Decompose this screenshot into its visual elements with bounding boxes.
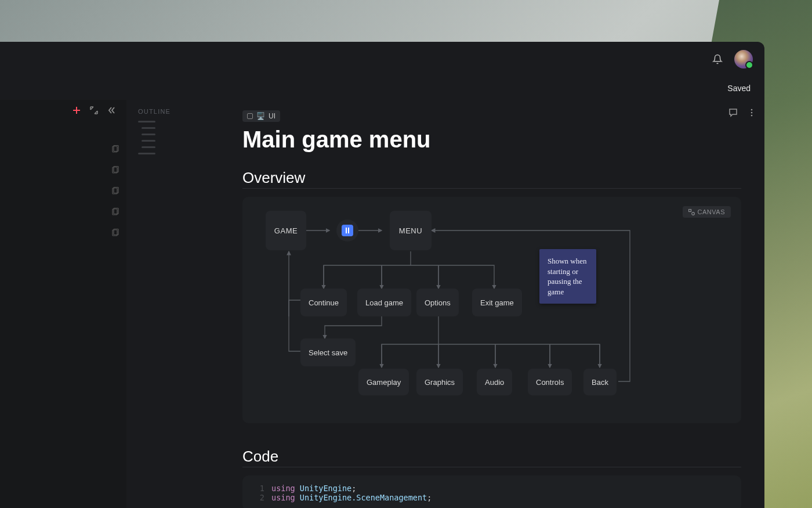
- saved-status: Saved: [727, 84, 751, 93]
- breadcrumb[interactable]: 🖥️ UI: [242, 110, 280, 122]
- page-title: Main game menu: [242, 127, 741, 153]
- svg-rect-13: [688, 209, 691, 211]
- outline-panel: OUTLINE: [126, 100, 219, 508]
- comment-icon[interactable]: [728, 108, 738, 117]
- avatar[interactable]: [734, 50, 753, 69]
- node-load-game[interactable]: Load game: [357, 289, 411, 316]
- node-select-save[interactable]: Select save: [300, 338, 356, 366]
- add-icon[interactable]: [72, 106, 81, 115]
- collapse-chevrons-icon[interactable]: [107, 106, 116, 115]
- app-window: Saved OUTLINE: [0, 42, 764, 508]
- node-audio[interactable]: Audio: [477, 369, 512, 395]
- node-game[interactable]: GAME: [266, 211, 306, 250]
- sticky-note[interactable]: Shown when starting or pausing the game: [539, 249, 596, 304]
- node-options[interactable]: Options: [416, 289, 459, 316]
- node-back[interactable]: Back: [583, 369, 617, 395]
- node-graphics[interactable]: Graphics: [416, 369, 463, 395]
- section-overview-title: Overview: [242, 169, 741, 187]
- code-block[interactable]: 1 using UnityEngine; 2 using UnityEngine…: [242, 475, 741, 508]
- line-number: 1: [253, 484, 264, 493]
- outline-skeleton: [138, 121, 208, 154]
- canvas-block[interactable]: CANVAS: [242, 197, 741, 423]
- canvas-badge: CANVAS: [683, 206, 731, 218]
- breadcrumb-emoji: 🖥️: [256, 112, 265, 120]
- doc-icon[interactable]: [111, 187, 119, 195]
- subheader: Saved: [0, 77, 764, 100]
- doc-icon[interactable]: [111, 208, 119, 216]
- svg-point-10: [751, 109, 753, 111]
- rail-top: [0, 100, 126, 122]
- node-menu[interactable]: MENU: [390, 211, 432, 250]
- breadcrumb-label: UI: [269, 112, 276, 120]
- content: 🖥️ UI Main game menu Overview CANVAS: [219, 100, 764, 508]
- titlebar: [0, 42, 764, 77]
- rail-items: [0, 122, 126, 244]
- pause-icon: [342, 225, 353, 236]
- svg-point-12: [751, 115, 753, 117]
- node-gameplay[interactable]: Gameplay: [358, 369, 409, 395]
- doc-icon[interactable]: [111, 145, 119, 153]
- sidebar-rail: [0, 100, 126, 508]
- divider: [242, 188, 741, 189]
- main-area: OUTLINE 🖥️ UI Main game menu Over: [0, 100, 764, 508]
- doc-icon[interactable]: [111, 229, 119, 237]
- bell-icon[interactable]: [712, 54, 723, 64]
- more-icon[interactable]: [751, 108, 753, 117]
- content-actions: [728, 108, 753, 117]
- breadcrumb-square-icon: [247, 113, 253, 119]
- code-line: 1 using UnityEngine;: [253, 484, 731, 493]
- code-line: 2 using UnityEngine.SceneManagement;: [253, 493, 731, 502]
- svg-point-14: [691, 212, 694, 215]
- doc-icon[interactable]: [111, 166, 119, 174]
- expand-icon[interactable]: [89, 106, 99, 115]
- shapes-icon: [688, 209, 695, 215]
- node-controls[interactable]: Controls: [528, 369, 572, 395]
- node-pause[interactable]: [336, 219, 358, 242]
- outline-title: OUTLINE: [138, 108, 208, 115]
- canvas-badge-label: CANVAS: [698, 208, 725, 215]
- divider: [242, 467, 741, 467]
- node-exit-game[interactable]: Exit game: [472, 289, 522, 316]
- node-continue[interactable]: Continue: [300, 289, 347, 316]
- section-code-title: Code: [242, 448, 741, 466]
- line-number: 2: [253, 493, 264, 502]
- svg-point-11: [751, 112, 753, 114]
